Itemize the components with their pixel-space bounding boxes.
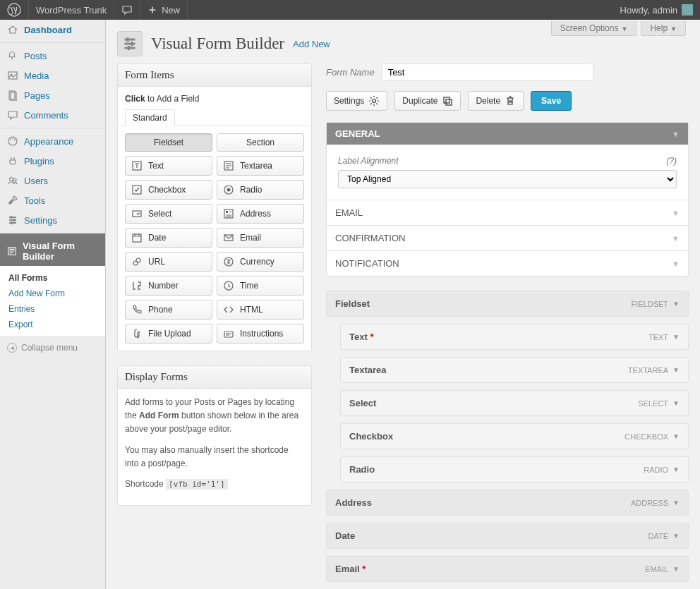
submenu-add-new[interactable]: Add New Form — [0, 286, 105, 301]
checkbox-icon — [131, 184, 143, 195]
field-textarea[interactable]: Textarea — [217, 156, 304, 176]
duplicate-icon — [442, 95, 453, 107]
field-url[interactable]: URL — [125, 252, 212, 272]
collapse-label: Collapse menu — [21, 343, 78, 353]
collapse-menu[interactable]: ◂Collapse menu — [0, 336, 105, 358]
main-content: Screen Options▼ Help▼ Visual Form Builde… — [106, 20, 700, 589]
chevron-down-icon: ▼ — [621, 25, 627, 32]
screen-options-tab[interactable]: Screen Options▼ — [551, 21, 637, 36]
display-forms-heading: Display Forms — [118, 366, 311, 389]
chevron-down-icon: ▼ — [672, 466, 680, 473]
field-label: Select — [148, 209, 171, 219]
field-fieldset[interactable]: Fieldset — [125, 133, 212, 152]
field-label: Address — [240, 209, 271, 219]
label-alignment-select[interactable]: Top Aligned — [338, 170, 677, 188]
add-new-link[interactable]: Add New — [293, 39, 330, 49]
menu-settings[interactable]: Settings — [0, 210, 105, 230]
delete-button[interactable]: Delete — [468, 91, 524, 111]
field-file-upload[interactable]: File Upload — [125, 324, 212, 344]
panel-notification[interactable]: NOTIFICATION▼ — [327, 250, 688, 276]
submenu-entries[interactable]: Entries — [0, 301, 105, 317]
menu-media[interactable]: Media — [0, 66, 105, 85]
builder-select[interactable]: SelectSELECT ▼ — [340, 390, 689, 416]
field-label: Date — [148, 233, 166, 243]
collapse-icon: ◂ — [7, 343, 17, 353]
menu-label: Visual Form Builder — [23, 241, 98, 262]
duplicate-button[interactable]: Duplicate — [394, 91, 461, 111]
builder-date[interactable]: DateDATE ▼ — [326, 523, 689, 549]
builder-item-type: DATE ▼ — [648, 532, 680, 540]
site-name[interactable]: WordPress Trunk — [29, 0, 114, 20]
display-shortcode: Shortcode [vfb id='1'] — [125, 478, 304, 491]
builder-radio[interactable]: RadioRADIO ▼ — [340, 456, 689, 482]
menu-label: Dashboard — [24, 25, 72, 35]
menu-tools[interactable]: Tools — [0, 190, 105, 210]
html-icon — [223, 304, 234, 315]
admin-sidebar: Dashboard Posts Media Pages Comments App… — [0, 20, 106, 589]
phone-icon — [131, 304, 143, 315]
field-select[interactable]: Select — [125, 204, 212, 224]
comments-icon[interactable] — [114, 0, 140, 20]
chevron-down-icon: ▼ — [670, 25, 677, 32]
field-currency[interactable]: Currency — [217, 252, 304, 272]
field-html[interactable]: HTML — [217, 300, 304, 320]
field-label: HTML — [240, 305, 263, 315]
field-email[interactable]: Email — [217, 228, 304, 248]
menu-appearance[interactable]: Appearance — [0, 128, 105, 151]
number-icon — [131, 280, 143, 291]
howdy[interactable]: Howdy, admin — [613, 0, 700, 20]
field-checkbox[interactable]: Checkbox — [125, 180, 212, 200]
builder-item-name: Radio — [349, 464, 375, 475]
builder-address[interactable]: AddressADDRESS ▼ — [326, 490, 689, 516]
field-number[interactable]: Number — [125, 276, 212, 296]
chevron-down-icon: ▼ — [672, 234, 680, 243]
save-button[interactable]: Save — [531, 91, 572, 111]
builder-item-name: Text * — [349, 332, 373, 342]
builder-textarea[interactable]: TextareaTEXTAREA ▼ — [340, 357, 689, 383]
menu-plugins[interactable]: Plugins — [0, 151, 105, 171]
panel-email[interactable]: EMAIL▼ — [327, 200, 688, 225]
menu-dashboard[interactable]: Dashboard — [0, 20, 105, 40]
field-phone[interactable]: Phone — [125, 300, 212, 320]
panel-confirmation[interactable]: CONFIRMATION▼ — [327, 225, 688, 250]
menu-vfb[interactable]: Visual Form Builder — [0, 233, 105, 266]
field-address[interactable]: Address — [217, 204, 304, 224]
tab-standard[interactable]: Standard — [125, 109, 175, 126]
builder-text[interactable]: Text *TEXT ▼ — [340, 324, 689, 350]
field-section[interactable]: Section — [217, 133, 304, 152]
new-content[interactable]: New — [140, 0, 188, 20]
field-text[interactable]: Text — [125, 156, 212, 176]
form-name-input[interactable] — [382, 63, 593, 81]
menu-label: Comments — [24, 110, 68, 121]
builder-email[interactable]: Email *EMAIL ▼ — [326, 556, 689, 582]
builder-item-type: FIELDSET ▼ — [632, 300, 680, 308]
shortcode-code: [vfb id='1'] — [166, 479, 227, 490]
builder-item-name: Address — [335, 497, 372, 508]
submenu-all-forms[interactable]: All Forms — [0, 270, 105, 286]
menu-comments[interactable]: Comments — [0, 105, 105, 125]
builder-fieldset[interactable]: FieldsetFIELDSET ▼ — [326, 291, 689, 317]
builder-checkbox[interactable]: CheckboxCHECKBOX ▼ — [340, 423, 689, 449]
submenu-export[interactable]: Export — [0, 317, 105, 332]
chevron-down-icon: ▼ — [672, 499, 680, 506]
help-icon[interactable]: (?) — [666, 156, 677, 166]
action-row: Settings Duplicate Delete Save — [326, 91, 689, 111]
wp-logo[interactable] — [0, 0, 29, 20]
field-instructions[interactable]: Instructions — [217, 324, 304, 344]
chevron-down-icon: ▼ — [672, 432, 680, 440]
menu-posts[interactable]: Posts — [0, 42, 105, 66]
menu-pages[interactable]: Pages — [0, 85, 105, 105]
panel-general[interactable]: GENERAL▼ — [327, 123, 688, 145]
help-tab[interactable]: Help▼ — [641, 21, 686, 36]
field-time[interactable]: Time — [217, 276, 304, 296]
field-date[interactable]: Date — [125, 228, 212, 248]
settings-button[interactable]: Settings — [326, 91, 387, 111]
address-icon — [223, 208, 234, 219]
display-forms-box: Display Forms Add forms to your Posts or… — [117, 365, 312, 506]
field-radio[interactable]: Radio — [217, 180, 304, 200]
menu-label: Posts — [24, 51, 47, 61]
field-label: Time — [240, 281, 258, 291]
time-icon — [223, 280, 234, 291]
builder-item-type: CHECKBOX ▼ — [624, 432, 680, 441]
menu-users[interactable]: Users — [0, 171, 105, 190]
